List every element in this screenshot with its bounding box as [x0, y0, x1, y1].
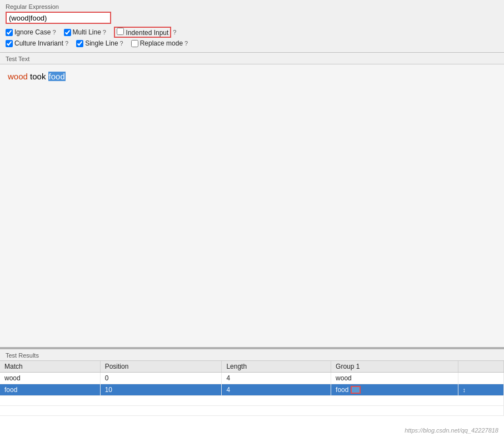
multi-line-help[interactable]: ? [103, 29, 106, 36]
test-text-content: wood took food [8, 70, 496, 83]
col-match: Match [0, 361, 100, 373]
results-table-container[interactable]: Match Position Length Group 1 wood 0 4 w… [0, 360, 504, 437]
regex-input-row [6, 12, 498, 24]
col-group1: Group 1 [331, 361, 458, 373]
ignore-case-checkbox[interactable] [6, 29, 13, 36]
culture-invariant-label: Culture Invariant [14, 39, 63, 47]
col-length: Length [222, 361, 331, 373]
results-label: Test Results [0, 349, 504, 360]
table-row-empty-1 [0, 396, 504, 406]
col-extra [458, 361, 503, 373]
option-multi-line: Multi Line ? [64, 28, 106, 36]
table-row-empty-2 [0, 406, 504, 416]
cell-group1-2: food [331, 384, 458, 396]
indented-input-help[interactable]: ? [173, 29, 176, 36]
option-culture-invariant: Culture Invariant ? [6, 39, 68, 47]
culture-invariant-help[interactable]: ? [65, 40, 68, 47]
test-text-area[interactable]: wood took food [0, 64, 504, 347]
replace-mode-checkbox[interactable] [131, 40, 138, 47]
cell-extra-2: ↕ [458, 384, 503, 396]
cell-length-1: 4 [222, 373, 331, 384]
table-header-row: Match Position Length Group 1 [0, 361, 504, 373]
match-food-highlight: food [48, 72, 66, 81]
option-single-line: Single Line ? [76, 39, 123, 47]
empty-row-1 [0, 396, 504, 406]
results-section: Test Results Match Position Length Group… [0, 348, 504, 437]
test-text-label: Test Text [0, 53, 504, 64]
replace-mode-help[interactable]: ? [184, 40, 188, 47]
table-row-selected[interactable]: food 10 4 food ↕ [0, 384, 504, 396]
table-row[interactable]: wood 0 4 wood [0, 373, 504, 384]
text-took: took [30, 72, 48, 81]
cell-match-2: food [0, 384, 100, 396]
test-text-section: Test Text wood took food [0, 53, 504, 348]
multi-line-label: Multi Line [73, 28, 101, 36]
single-line-help[interactable]: ? [120, 40, 123, 47]
culture-invariant-checkbox[interactable] [6, 40, 13, 47]
group1-red-box [351, 386, 361, 394]
replace-mode-label: Replace mode [140, 39, 183, 47]
multi-line-checkbox[interactable] [64, 29, 71, 36]
single-line-label: Single Line [85, 39, 118, 47]
cell-group1-1: wood [331, 373, 458, 384]
indented-input-box: Indented Input [114, 27, 171, 38]
option-replace-mode: Replace mode ? [131, 39, 188, 47]
cell-extra-1 [458, 373, 503, 384]
watermark: https://blog.csdn.net/qq_42227818 [405, 427, 498, 434]
group1-value: food [336, 386, 348, 394]
option-ignore-case: Ignore Case ? [6, 28, 56, 36]
option-indented-input: Indented Input ? [114, 27, 176, 38]
cell-length-2: 4 [222, 384, 331, 396]
cell-position-1: 0 [100, 373, 222, 384]
regex-input[interactable] [6, 12, 111, 24]
ignore-case-help[interactable]: ? [52, 29, 56, 36]
col-position: Position [100, 361, 222, 373]
single-line-checkbox[interactable] [76, 40, 83, 47]
ignore-case-label: Ignore Case [14, 28, 51, 36]
options-row-1: Ignore Case ? Multi Line ? Indented Inpu… [6, 27, 498, 38]
options-row-2: Culture Invariant ? Single Line ? Replac… [6, 39, 498, 47]
cursor-icon: ↕ [463, 386, 466, 393]
indented-input-label: Indented Input [126, 29, 169, 37]
cell-match-1: wood [0, 373, 100, 384]
regex-section-label: Regular Expression [6, 3, 498, 10]
indented-input-checkbox[interactable] [117, 28, 124, 35]
results-table: Match Position Length Group 1 wood 0 4 w… [0, 361, 504, 416]
cell-position-2: 10 [100, 384, 222, 396]
regex-section: Regular Expression Ignore Case ? Multi L… [0, 0, 504, 53]
empty-row-2 [0, 406, 504, 416]
main-container: Regular Expression Ignore Case ? Multi L… [0, 0, 504, 437]
match-wood: wood [8, 72, 28, 81]
